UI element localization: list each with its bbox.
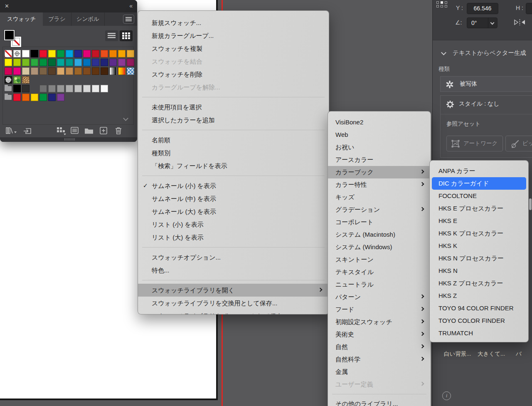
delete-swatch-icon[interactable] (115, 126, 125, 136)
menu-item[interactable]: 自然科学 (328, 353, 431, 366)
menu-item[interactable]: FOCOLTONE (430, 190, 528, 202)
swatch[interactable] (66, 50, 73, 57)
h-input[interactable]: 24 (526, 3, 532, 14)
swatch[interactable] (39, 67, 47, 75)
menu-item[interactable]: リスト (小) を表示 (138, 218, 329, 231)
menu-item[interactable]: DIC カラーガイド (432, 177, 526, 190)
swatch[interactable] (66, 59, 73, 66)
menu-item[interactable]: スウォッチを結合 (138, 55, 329, 68)
swatch[interactable] (13, 67, 21, 75)
chip-white-background[interactable]: 白い背景... (444, 350, 471, 358)
swatch[interactable] (39, 85, 47, 92)
scroll-down-icon[interactable] (123, 116, 128, 121)
panel-menu-icon[interactable] (123, 15, 134, 24)
swatch[interactable] (109, 59, 117, 66)
swatch[interactable] (92, 50, 99, 57)
menu-item[interactable]: グラデーション (328, 203, 431, 216)
menu-item[interactable]: TOYO COLOR FINDER (430, 314, 528, 327)
swatch[interactable] (66, 85, 73, 92)
swatch[interactable] (31, 59, 38, 66)
menu-item[interactable]: HKS K プロセスカラー (430, 227, 528, 240)
swatch[interactable] (39, 59, 47, 66)
menu-item[interactable]: TOYO 94 COLOR FINDER (430, 302, 528, 314)
swatch[interactable] (118, 59, 126, 66)
menu-item[interactable]: HKS K (430, 240, 528, 252)
menu-item[interactable]: 自然 (328, 341, 431, 353)
menu-item[interactable]: スウォッチオプション... (138, 251, 329, 264)
swatch[interactable] (13, 94, 21, 101)
swatch[interactable] (48, 59, 56, 66)
menu-item[interactable]: 「検索」フィールドを表示 (138, 159, 329, 172)
menu-item[interactable]: 選択したカラーを追加 (138, 114, 329, 126)
swatch[interactable] (5, 59, 12, 66)
swatch[interactable] (118, 67, 126, 75)
menu-item[interactable]: スウォッチを削除 (138, 68, 329, 81)
swatch[interactable] (109, 67, 117, 75)
menu-item[interactable]: ✓サムネール (小) を表示 (138, 179, 329, 192)
swatch[interactable] (101, 67, 108, 75)
menu-item[interactable]: パターン (328, 291, 431, 303)
menu-item[interactable]: 特色... (138, 264, 329, 277)
menu-item[interactable]: システム (Macintosh) (328, 228, 431, 241)
swatch[interactable] (5, 67, 12, 75)
menu-item[interactable]: HKS E (430, 215, 528, 227)
close-icon[interactable]: ✕ (5, 3, 9, 10)
swatch[interactable] (13, 76, 21, 84)
swatch[interactable] (57, 59, 64, 66)
swatch[interactable] (101, 50, 108, 57)
swatch[interactable] (83, 50, 91, 57)
chevron-down-icon[interactable] (488, 18, 497, 28)
menu-item[interactable]: その他のライブラリ... (328, 398, 431, 406)
menu-item[interactable]: 種類別 (138, 146, 329, 159)
gear-icon[interactable] (446, 100, 454, 110)
tab-brushes[interactable]: ブラシ (43, 12, 71, 26)
menu-item[interactable]: HKS Z (430, 290, 528, 302)
swatch[interactable] (48, 50, 56, 57)
info-icon[interactable]: i (442, 391, 451, 400)
swatch[interactable] (118, 50, 126, 57)
menu-item[interactable]: サムネール (大) を表示 (138, 205, 329, 218)
angle-dropdown[interactable]: 0° (467, 17, 498, 28)
menu-item[interactable]: 初期設定スウォッチ (328, 316, 431, 328)
chip-large[interactable]: 大きくて... (478, 350, 505, 358)
swatch[interactable] (74, 59, 82, 66)
swatch[interactable] (66, 67, 73, 75)
color-group-folder-icon[interactable] (5, 86, 12, 91)
menu-item[interactable]: 新規カラーグループ... (138, 29, 329, 42)
swatch[interactable] (83, 67, 91, 75)
menu-item[interactable]: スウォッチを複製 (138, 42, 329, 55)
swatch[interactable] (39, 94, 47, 101)
swatch-options-icon[interactable] (71, 126, 81, 136)
swatch[interactable] (48, 85, 56, 92)
tab-symbols[interactable]: シンボル (71, 12, 105, 26)
new-color-group-icon[interactable] (84, 126, 94, 136)
menu-item[interactable]: サムネール (中) を表示 (138, 192, 329, 205)
style-label[interactable]: スタイル : なし (459, 100, 500, 108)
menu-item[interactable]: スキントーン (328, 253, 431, 266)
swatch[interactable] (22, 85, 30, 92)
swatch[interactable] (57, 94, 64, 101)
menu-item[interactable]: 美術史 (328, 328, 431, 341)
menu-item[interactable]: HKS E プロセスカラー (430, 202, 528, 215)
swatch-kinds-icon[interactable] (57, 126, 66, 136)
swatch[interactable] (74, 85, 82, 92)
reference-point-icon[interactable] (436, 1, 449, 11)
menu-item[interactable]: お祝い (328, 141, 431, 153)
swatch[interactable] (127, 59, 134, 66)
swatch[interactable] (74, 67, 82, 75)
swatch[interactable] (101, 85, 108, 92)
swatch[interactable] (31, 67, 38, 75)
swatch[interactable] (127, 67, 134, 75)
swatch[interactable] (39, 50, 47, 57)
menu-item[interactable]: カラーブック (328, 166, 431, 178)
swatch-libraries-icon[interactable] (5, 126, 15, 136)
collapse-panel-icon[interactable]: « (129, 2, 132, 9)
menu-item[interactable]: 新規スウォッチ... (138, 16, 329, 29)
artwork-button[interactable]: アートワーク (446, 136, 503, 151)
tab-swatches[interactable]: スウォッチ (0, 12, 43, 26)
cc-libraries-icon[interactable] (23, 126, 33, 136)
menu-item[interactable]: ニュートラル (328, 278, 431, 291)
swatch[interactable] (31, 94, 38, 101)
swatch[interactable] (13, 59, 21, 66)
menu-item[interactable]: VisiBone2 (328, 116, 431, 129)
